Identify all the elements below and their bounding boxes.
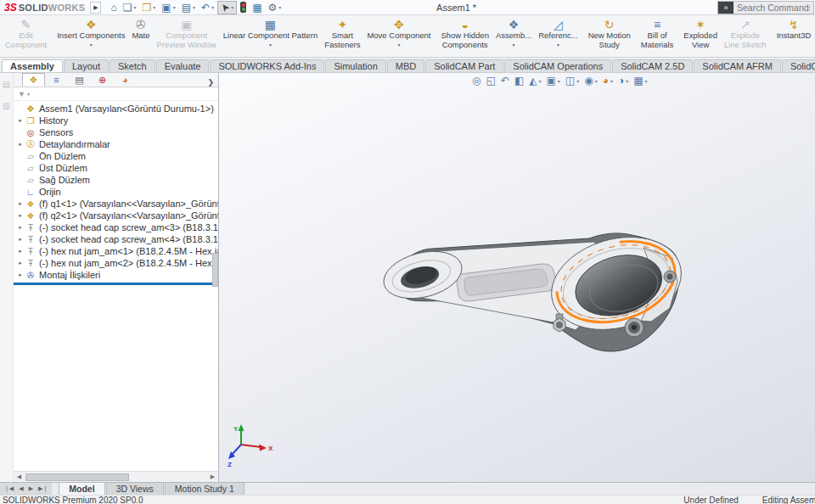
first-tab-button[interactable]: ❘◀: [3, 485, 15, 492]
tree-item-f-q2-1-varsay-lan[interactable]: ▸❖(f) q2<1> (Varsayılan<<Varsayılan>_Gör…: [14, 210, 218, 221]
new-document-button[interactable]: ❏▾: [121, 1, 139, 14]
previous-tab-button[interactable]: ◀: [17, 485, 25, 492]
scroll-thumb[interactable]: [25, 473, 129, 481]
filter-caret-icon[interactable]: ▾: [27, 91, 30, 97]
undo-button[interactable]: ↶▾: [199, 1, 216, 14]
tab-solidcam-afrm[interactable]: SolidCAM AFRM: [694, 59, 781, 72]
assembly-features-button[interactable]: ❖Assemb...▾: [492, 16, 535, 57]
reference-geometry-button[interactable]: ◿Referenc...▾: [535, 16, 581, 57]
tab-sketch[interactable]: Sketch: [110, 59, 155, 72]
dropdown-caret-icon[interactable]: ▾: [610, 78, 613, 84]
view-settings-button[interactable]: ▦▾: [633, 75, 647, 87]
dropdown-caret-icon[interactable]: ▾: [626, 78, 628, 84]
tab-motion-study-1[interactable]: Motion Study 1: [165, 482, 244, 495]
tree-item-st-d-zlem[interactable]: ▱Üst Düzlem: [14, 162, 218, 174]
panel-split-icon[interactable]: ▤: [3, 80, 10, 89]
tree-item-orijin[interactable]: ∟Orijin: [14, 186, 218, 198]
tree-item-history[interactable]: ▸❐History: [14, 115, 218, 126]
view-orientation-button[interactable]: ▣▾: [546, 75, 559, 87]
dropdown-caret-icon[interactable]: ▾: [576, 78, 579, 84]
tree-item-socket-head-cap-sc[interactable]: ▸Ŧ(-) socket head cap screw_am<4> (B18.3…: [14, 233, 218, 245]
dynamic-annotation-views-button[interactable]: ◭▾: [529, 75, 541, 87]
stoplight-button[interactable]: [238, 1, 249, 14]
search-commands-icon[interactable]: »: [718, 2, 734, 14]
new-motion-study-button[interactable]: ↻New MotionStudy: [585, 16, 634, 57]
dropdown-caret-icon[interactable]: ▾: [211, 4, 214, 10]
tab-assembly[interactable]: Assembly: [2, 59, 63, 72]
mate-button[interactable]: ✇Mate: [128, 16, 153, 57]
move-component-button[interactable]: ✥Move Component▾: [363, 16, 434, 57]
panel-step-icon[interactable]: ▥: [3, 101, 10, 110]
expand-arrow-icon[interactable]: ▸: [16, 141, 25, 148]
socket-head-cap-screw[interactable]: [625, 318, 644, 337]
dropdown-caret-icon[interactable]: ▾: [558, 78, 560, 84]
filter-funnel-icon[interactable]: ▼: [18, 90, 25, 98]
screw-head[interactable]: [664, 271, 676, 283]
select-arrow-button[interactable]: ➤▾: [217, 1, 237, 14]
tree-item-montaj-i-li-kileri[interactable]: ▸✇Montaj İlişkileri: [14, 269, 218, 281]
tree-item-detayland-rmalar[interactable]: ▸ⒶDetaylandırmalar: [14, 138, 218, 150]
dimxpertmanager-tab[interactable]: ⊕: [91, 73, 114, 87]
expand-arrow-icon[interactable]: ▸: [16, 117, 25, 124]
tab-solidworks-add-ins[interactable]: SOLIDWORKS Add-Ins: [210, 59, 324, 72]
zoom-to-area-button[interactable]: ◱: [486, 75, 495, 87]
show-hidden-components-button[interactable]: ◒Show HiddenComponents: [437, 16, 492, 57]
dropdown-caret-icon[interactable]: ▾: [595, 78, 598, 84]
dropdown-caret-icon[interactable]: ▾: [173, 4, 176, 10]
tree-item-sa-d-zlem[interactable]: ▱Sağ Düzlem: [14, 174, 218, 186]
featuremanager-design-tree-tab[interactable]: ❖: [22, 73, 45, 87]
hide-show-items-button[interactable]: ◉▾: [584, 75, 598, 87]
open-button[interactable]: ❐▾: [140, 1, 159, 14]
expand-arrow-icon[interactable]: ▸: [16, 260, 25, 266]
tab-model[interactable]: Model: [59, 482, 104, 495]
bill-of-materials-button[interactable]: ≡Bill ofMaterials: [638, 16, 677, 57]
expand-arrow-icon[interactable]: ▸: [16, 200, 25, 207]
tab-evaluate[interactable]: Evaluate: [156, 59, 210, 72]
panel-expand-arrow[interactable]: ❯: [207, 78, 214, 87]
tab-mbd[interactable]: MBD: [387, 59, 424, 72]
print-button[interactable]: ▤▾: [179, 1, 198, 14]
rollback-bar[interactable]: [14, 283, 218, 285]
displaymanager-tab[interactable]: ◕: [114, 73, 137, 87]
dropdown-caret-icon[interactable]: ▾: [538, 78, 541, 84]
dropdown-caret-icon[interactable]: ▾: [193, 4, 195, 10]
expand-arrow-icon[interactable]: ▸: [16, 224, 25, 231]
tree-item-hex-nut-jam-am-1[interactable]: ▸Ŧ(-) hex nut jam_am<1> (B18.2.4.5M - He…: [14, 245, 218, 257]
apply-scene-button[interactable]: ◑▾: [618, 75, 628, 87]
tab-layout[interactable]: Layout: [64, 59, 109, 72]
expand-arrow-icon[interactable]: ▸: [16, 248, 25, 255]
tree-item-sensors[interactable]: ◎Sensors: [14, 126, 218, 138]
section-view-button[interactable]: ◧: [514, 75, 524, 87]
tab-3d-views[interactable]: 3D Views: [106, 482, 164, 495]
display-style-button[interactable]: ◫▾: [565, 75, 579, 87]
tab-solidcam-2-5d[interactable]: SolidCAM 2.5D: [612, 59, 693, 72]
next-tab-button[interactable]: ▶: [27, 485, 35, 492]
dropdown-caret-icon[interactable]: ▾: [278, 4, 281, 10]
insert-components-button[interactable]: ❖Insert Components▾: [53, 16, 128, 57]
exploded-view-button[interactable]: ✶ExplodedView: [680, 16, 721, 57]
tab-solidcam-operations[interactable]: SolidCAM Operations: [504, 59, 611, 72]
edit-appearance-button[interactable]: ◕▾: [603, 75, 613, 87]
tree-item-n-d-zlem[interactable]: ▱Ön Düzlem: [14, 150, 218, 162]
tab-solidcam-part[interactable]: SolidCAM Part: [425, 59, 503, 72]
previous-view-button[interactable]: ↶: [501, 75, 509, 87]
toolbar-flyout-arrow[interactable]: ▶: [90, 2, 101, 14]
graphics-viewport[interactable]: ◎◱↶◧◭▾▣▾◫▾◉▾◕▾◑▾▦▾: [219, 73, 815, 482]
options-gear-button[interactable]: ⚙▾: [266, 1, 284, 14]
last-tab-button[interactable]: ▶❘: [37, 485, 49, 492]
expand-arrow-icon[interactable]: ▸: [16, 272, 25, 278]
tree-item-hex-nut-jam-am-2[interactable]: ▸Ŧ(-) hex nut jam_am<2> (B18.2.4.5M - He…: [14, 257, 218, 269]
save-button[interactable]: ▣▾: [159, 1, 177, 14]
dropdown-caret-icon[interactable]: ▾: [134, 4, 137, 10]
task-pane-button[interactable]: ▦: [250, 1, 264, 14]
zoom-to-fit-button[interactable]: ◎: [472, 75, 481, 87]
home-button[interactable]: ⌂: [108, 1, 119, 14]
tree-item-socket-head-cap-sc[interactable]: ▸Ŧ(-) socket head cap screw_am<3> (B18.3…: [14, 221, 218, 233]
tree-root-item[interactable]: ❖Assem1 (Varsayılan<Görüntü Durumu-1>): [14, 103, 218, 115]
tree-vertical-scrollbar[interactable]: [212, 253, 218, 287]
scroll-right-arrow[interactable]: ▶: [207, 473, 218, 480]
search-input[interactable]: [734, 3, 813, 13]
instant3d-button[interactable]: ↯Instant3D: [773, 16, 815, 57]
dropdown-caret-icon[interactable]: ▾: [153, 4, 155, 10]
assembly-3d-model[interactable]: [379, 223, 692, 352]
